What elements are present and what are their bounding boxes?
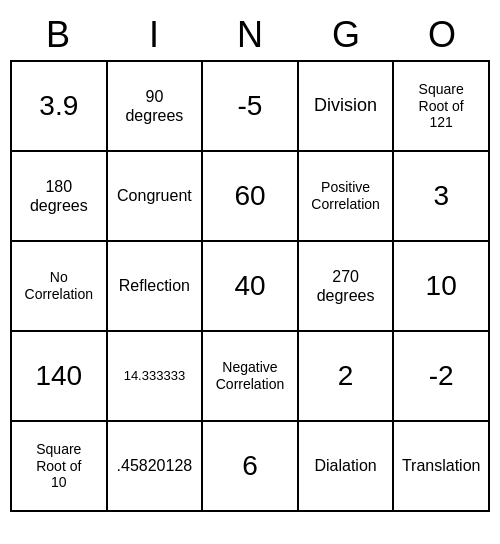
bingo-cell: NoCorrelation [12,242,108,332]
bingo-cell: 60 [203,152,299,242]
header-letter: I [106,10,202,60]
bingo-cell: 3.9 [12,62,108,152]
header-letter: O [394,10,490,60]
header-letter: G [298,10,394,60]
bingo-cell: Congruent [108,152,204,242]
bingo-cell: SquareRoot of121 [394,62,490,152]
bingo-card: BINGO 3.990degrees-5DivisionSquareRoot o… [10,10,490,512]
bingo-cell: 140 [12,332,108,422]
bingo-cell: 2 [299,332,395,422]
bingo-cell: 3 [394,152,490,242]
bingo-cell: Division [299,62,395,152]
bingo-cell: -2 [394,332,490,422]
bingo-cell: Translation [394,422,490,512]
header-letter: N [202,10,298,60]
bingo-cell: NegativeCorrelation [203,332,299,422]
bingo-cell: SquareRoot of10 [12,422,108,512]
bingo-cell: -5 [203,62,299,152]
bingo-header: BINGO [10,10,490,60]
header-letter: B [10,10,106,60]
bingo-cell: 14.333333 [108,332,204,422]
bingo-cell: 180degrees [12,152,108,242]
bingo-cell: Dialation [299,422,395,512]
bingo-cell: 90degrees [108,62,204,152]
bingo-cell: PositiveCorrelation [299,152,395,242]
bingo-cell: 270degrees [299,242,395,332]
bingo-cell: 6 [203,422,299,512]
bingo-cell: 40 [203,242,299,332]
bingo-cell: .45820128 [108,422,204,512]
bingo-grid: 3.990degrees-5DivisionSquareRoot of12118… [10,60,490,512]
bingo-cell: 10 [394,242,490,332]
bingo-cell: Reflection [108,242,204,332]
